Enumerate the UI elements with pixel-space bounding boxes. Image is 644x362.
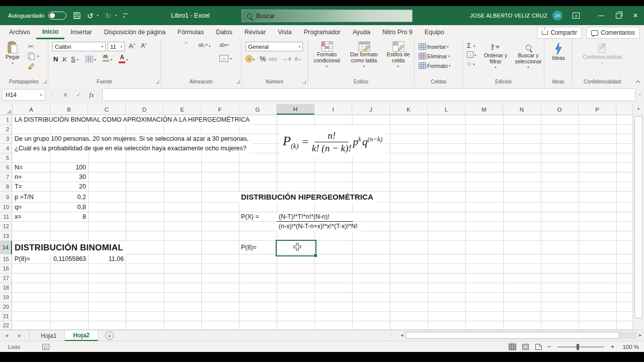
alignment-dialog-launcher-icon[interactable] xyxy=(236,80,239,83)
column-header-C[interactable]: C xyxy=(88,104,126,115)
tab-nitro-pro-9[interactable]: Nitro Pro 9 xyxy=(376,25,419,39)
row-header-8[interactable]: 8 xyxy=(0,182,12,192)
scroll-left-icon[interactable]: ◀ xyxy=(398,333,406,337)
clear-dropdown-icon[interactable]: ▾ xyxy=(473,62,474,66)
paste-button[interactable]: Pegar ▾ xyxy=(2,41,23,66)
format-painter-icon[interactable] xyxy=(28,62,35,69)
row-header-9[interactable]: 9 xyxy=(0,192,12,203)
clipboard-dialog-launcher-icon[interactable] xyxy=(43,80,46,83)
cell-A3[interactable]: De un grupo 100 personas, 20 son mujeres… xyxy=(13,134,252,144)
increase-indent-icon[interactable] xyxy=(207,55,210,57)
zoom-level[interactable]: 100 % xyxy=(619,344,639,350)
row-header-1[interactable]: 1 xyxy=(0,115,12,125)
tab-revisar[interactable]: Revisar xyxy=(238,25,272,39)
minimize-button[interactable]: — xyxy=(593,6,610,25)
row-header-10[interactable]: 10 xyxy=(0,203,12,212)
accounting-dropdown-icon[interactable]: ▾ xyxy=(253,58,255,62)
tab-split-handle[interactable]: ⋮ xyxy=(388,333,393,338)
cell-B10[interactable]: 0,8 xyxy=(50,203,88,212)
align-middle-icon[interactable] xyxy=(174,42,177,44)
cell-A7[interactable]: n= xyxy=(13,172,22,182)
column-header-G[interactable]: G xyxy=(239,104,277,115)
align-bottom-icon[interactable] xyxy=(185,42,188,44)
comma-style-icon[interactable]: 000 xyxy=(269,57,277,62)
tab-disposición-de-página[interactable]: Disposición de página xyxy=(98,25,172,39)
fill-dropdown-icon[interactable]: ▾ xyxy=(474,53,476,57)
underline-button[interactable]: S xyxy=(71,55,75,63)
cell-B6[interactable]: 100 xyxy=(50,163,88,172)
delete-cells-button[interactable]: Eliminar▾ xyxy=(419,51,462,61)
increase-font-icon[interactable]: A˄ xyxy=(129,42,135,50)
column-header-K[interactable]: K xyxy=(390,104,428,115)
column-header-H[interactable]: H xyxy=(277,104,314,115)
share-button[interactable]: Compartir xyxy=(537,27,582,39)
decrease-decimal-icon[interactable]: .0→ xyxy=(294,56,302,61)
zoom-out-icon[interactable]: − xyxy=(547,343,551,350)
paste-dropdown-icon[interactable]: ▾ xyxy=(12,60,13,66)
borders-dropdown-icon[interactable]: ▾ xyxy=(94,58,96,62)
fill-color-dropdown-icon[interactable]: ▾ xyxy=(111,58,112,62)
column-header-B[interactable]: B xyxy=(50,104,88,115)
decrease-indent-icon[interactable] xyxy=(197,55,200,57)
fill-icon[interactable]: ↓ xyxy=(467,51,473,58)
copy-dropdown-icon[interactable]: ▾ xyxy=(37,54,39,58)
new-sheet-button[interactable]: + xyxy=(105,331,114,340)
macro-record-icon[interactable] xyxy=(42,344,49,350)
find-select-button[interactable]: Buscar y seleccionar▾ xyxy=(513,42,543,70)
customize-toolbar-icon[interactable]: ▾ xyxy=(123,14,128,18)
sort-filter-button[interactable]: AZ Ordenar y filtrar▾ xyxy=(480,42,511,70)
tab-fórmulas[interactable]: Fórmulas xyxy=(172,25,210,39)
collapse-ribbon-icon[interactable] xyxy=(636,79,640,83)
font-name-select[interactable]: Calibri▾ xyxy=(52,42,106,51)
restore-button[interactable] xyxy=(610,6,627,25)
column-header-M[interactable]: M xyxy=(465,104,503,115)
tab-vista[interactable]: Vista xyxy=(272,25,298,39)
ribbon-display-options-button[interactable]: ▴ xyxy=(568,6,585,25)
cell-A8[interactable]: T= xyxy=(13,182,22,192)
cell-B7[interactable]: 30 xyxy=(50,172,88,182)
row-header-4[interactable]: 4 xyxy=(0,144,12,153)
cells-grid[interactable]: P(k) = n!k! (n − k)! pkq(n−k) 1234567891… xyxy=(0,115,632,330)
row-header-13[interactable]: 13 xyxy=(0,231,12,241)
formula-input[interactable] xyxy=(102,88,635,101)
clear-icon[interactable]: ◇ xyxy=(467,60,471,67)
cell-A4[interactable]: ¿Cuál es la probabilidad de que en ela s… xyxy=(13,144,250,153)
cell-B15[interactable]: 0,11055863 xyxy=(50,254,88,264)
underline-dropdown-icon[interactable]: ▾ xyxy=(77,58,78,62)
autosum-icon[interactable]: Σ xyxy=(467,42,471,49)
row-header-15[interactable]: 15 xyxy=(0,254,12,264)
accounting-format-icon[interactable]: 0 xyxy=(246,55,253,62)
vertical-scroll-thumb[interactable] xyxy=(634,116,642,318)
page-break-view-icon[interactable] xyxy=(534,343,543,350)
cell-A15[interactable]: P(8)= xyxy=(13,254,30,264)
column-header-E[interactable]: E xyxy=(164,104,201,115)
horizontal-scroll-track[interactable] xyxy=(406,332,637,339)
number-dialog-launcher-icon[interactable] xyxy=(303,80,306,83)
row-header-16[interactable]: 16 xyxy=(0,264,12,274)
cell-A10[interactable]: q= xyxy=(13,203,22,212)
cell-B11[interactable]: 8 xyxy=(50,212,88,222)
autosave-toggle[interactable] xyxy=(48,12,66,20)
row-header-14[interactable]: 14 xyxy=(0,241,12,254)
row-header-2[interactable]: 2 xyxy=(0,125,12,134)
scroll-up-icon[interactable]: ▲ xyxy=(633,106,644,111)
wrap-text-icon[interactable]: ab↩ xyxy=(219,42,229,48)
cut-icon[interactable]: ✂ xyxy=(28,43,34,50)
align-left-icon[interactable] xyxy=(164,55,167,57)
font-color-dropdown-icon[interactable]: ▾ xyxy=(126,58,128,62)
number-format-select[interactable]: General▾ xyxy=(246,42,303,51)
close-button[interactable]: ✕ xyxy=(627,6,644,25)
tab-ayuda[interactable]: Ayuda xyxy=(347,25,376,39)
scroll-right-icon[interactable]: ▶ xyxy=(637,333,644,337)
comments-button[interactable]: Comentarios xyxy=(586,27,640,39)
save-icon[interactable] xyxy=(73,12,80,19)
bold-button[interactable]: N xyxy=(53,55,58,63)
merge-dropdown-icon[interactable]: ▾ xyxy=(230,57,231,61)
zoom-slider-handle[interactable] xyxy=(577,344,579,350)
column-header-D[interactable]: D xyxy=(126,104,164,115)
cell-B9[interactable]: 0,2 xyxy=(50,192,88,203)
expand-formula-bar-icon[interactable]: ˅ xyxy=(638,93,641,97)
align-top-icon[interactable] xyxy=(164,42,167,44)
insert-function-icon[interactable]: fx xyxy=(85,89,98,101)
tab-inicio[interactable]: Inicio xyxy=(36,25,65,39)
